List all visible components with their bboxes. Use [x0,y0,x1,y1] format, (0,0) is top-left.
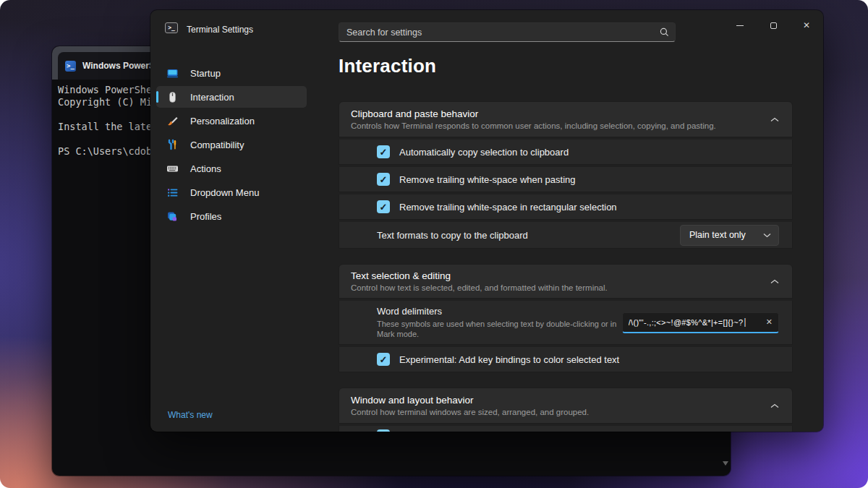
settings-sidebar: Startup Interaction Personalization Comp… [156,62,307,229]
maximize-button[interactable] [757,10,790,40]
sidebar-item-label: Interaction [190,92,234,103]
checkbox-checked[interactable]: ✓ [377,353,390,366]
setting-row-auto-copy[interactable]: ✓ Automatically copy selection to clipbo… [339,140,793,165]
minimize-button[interactable] [723,10,757,40]
checkbox-checked[interactable]: ✓ [377,200,390,213]
titlebar[interactable]: >_ Terminal Settings Search for settings… [150,10,823,52]
section-title: Text selection & editing [351,270,608,281]
copy-formats-dropdown[interactable]: Plain text only [680,225,779,246]
setting-label: Remove trailing white-space when pasting [399,174,576,185]
sidebar-item-label: Profiles [190,211,221,222]
section-subtitle: Control how terminal windows are sized, … [351,408,589,416]
setting-label: Experimental: Add key bindings to color … [399,354,619,365]
tools-icon [166,139,179,151]
section-text-selection: Text selection & editing Control how tex… [339,264,793,372]
whats-new-link[interactable]: What's new [168,410,213,420]
setting-row-trim-paste[interactable]: ✓ Remove trailing white-space when pasti… [339,167,793,192]
sidebar-item-compatibility[interactable]: Compatibility [156,134,307,155]
setting-label: Snap window resizing to character grid [399,429,561,432]
chevron-down-icon [763,230,771,240]
terminal-scrollbar-down-arrow[interactable] [723,461,728,466]
setting-row-copy-formats: Text formats to copy to the clipboard Pl… [339,222,793,249]
sidebar-item-profiles[interactable]: Profiles [156,205,307,227]
clear-input-icon[interactable]: ✕ [766,318,773,326]
profiles-stack-icon [166,210,179,223]
expander-header[interactable]: Window and layout behavior Control how t… [339,388,793,424]
search-placeholder: Search for settings [346,27,660,38]
window-title: Terminal Settings [187,25,253,35]
minimize-icon [736,25,744,26]
sidebar-item-label: Dropdown Menu [190,187,259,198]
page-title: Interaction [339,55,799,77]
sidebar-item-label: Startup [190,68,221,79]
sidebar-item-personalization[interactable]: Personalization [156,110,307,132]
sidebar-item-startup[interactable]: Startup [156,62,307,84]
sidebar-item-label: Actions [190,163,221,174]
section-subtitle: Control how text is selected, edited, an… [351,283,608,292]
setting-row-trim-rect-selection[interactable]: ✓ Remove trailing white-space in rectang… [339,194,793,220]
sidebar-item-actions[interactable]: Actions [156,158,307,179]
list-icon [166,187,179,199]
section-title: Window and layout behavior [351,395,589,406]
setting-row-color-selection[interactable]: ✓ Experimental: Add key bindings to colo… [339,347,793,372]
setting-row-word-delimiters: Word delimiters These symbols are used w… [339,301,793,345]
section-window-layout: Window and layout behavior Control how t… [339,388,793,432]
chevron-up-icon[interactable] [770,403,779,408]
expander-header[interactable]: Clipboard and paste behavior Controls ho… [339,101,793,137]
input-value: /\()"'-.,:;<>~!@#$%^&*|+=[]{}~?│ [629,318,762,327]
paintbrush-icon [166,115,179,127]
checkbox-checked[interactable]: ✓ [377,145,390,158]
sidebar-item-label: Compatibility [190,140,244,150]
sidebar-item-dropdown-menu[interactable]: Dropdown Menu [156,181,307,203]
checkbox-checked[interactable]: ✓ [377,173,390,186]
dropdown-value: Plain text only [689,230,746,240]
section-subtitle: Controls how Terminal responds to common… [351,121,716,130]
keyboard-icon [166,163,179,175]
chevron-up-icon[interactable] [770,117,779,122]
sidebar-item-label: Personalization [190,116,255,127]
setting-label: Text formats to copy to the clipboard [377,230,528,241]
section-title: Clipboard and paste behavior [351,108,716,119]
terminal-app-icon: >_ [165,22,178,33]
setting-row-snap-resize[interactable]: ✓ Snap window resizing to character grid [339,426,793,432]
close-button[interactable]: ✕ [790,10,823,40]
setting-label: Remove trailing white-space in rectangul… [399,202,617,213]
powershell-icon: >_ [65,61,76,72]
settings-content: Interaction Clipboard and paste behavior… [339,55,799,77]
search-input[interactable]: Search for settings [339,22,676,42]
search-icon[interactable] [660,27,669,37]
mouse-icon [166,91,179,103]
close-icon: ✕ [803,21,810,30]
checkbox-checked[interactable]: ✓ [377,429,390,432]
setting-label: Automatically copy selection to clipboar… [399,147,569,158]
chevron-up-icon[interactable] [770,279,779,284]
sidebar-item-interaction[interactable]: Interaction [156,86,307,108]
desktop-background: >_ Windows PowerShel Windows PowerSheCop… [0,0,868,488]
word-delimiters-input[interactable]: /\()"'-.,:;<>~!@#$%^&*|+=[]{}~?│ ✕ [622,312,779,333]
monitor-icon [166,67,179,80]
maximize-icon [770,22,777,29]
setting-label: Word delimiters [377,306,622,317]
terminal-settings-window: >_ Terminal Settings Search for settings… [150,10,823,432]
expander-header[interactable]: Text selection & editing Control how tex… [339,264,793,299]
setting-description: These symbols are used when selecting te… [377,319,622,339]
section-clipboard-and-paste: Clipboard and paste behavior Controls ho… [339,101,793,249]
